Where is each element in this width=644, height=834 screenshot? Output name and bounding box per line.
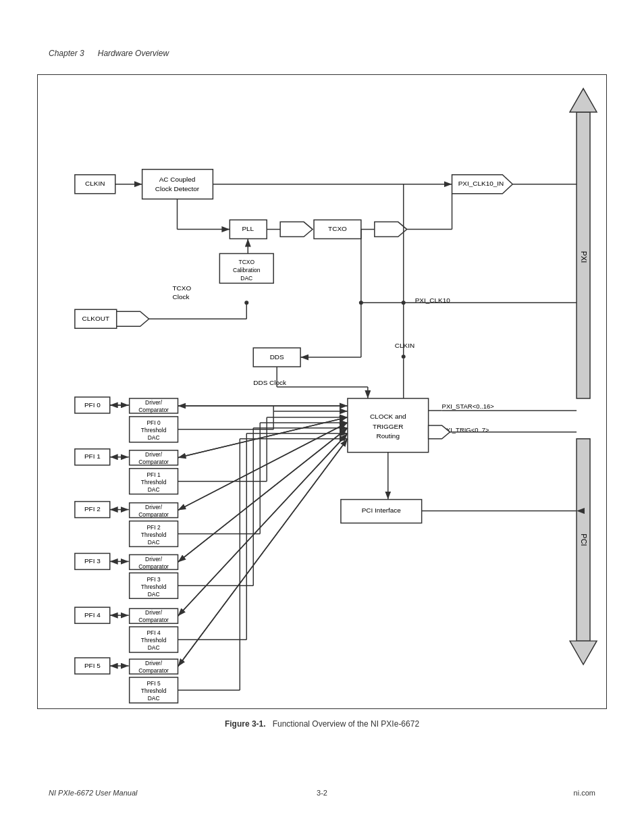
dds-text: DDS xyxy=(270,353,284,361)
pci-text: PCI Interface xyxy=(362,506,402,514)
diagram-container: PXI PCI CLKIN AC Coupled Clock Detector … xyxy=(37,74,607,709)
tcxo-text: TCXO xyxy=(328,225,347,232)
pfi0-thresh-text1: PFI 0 xyxy=(146,419,161,426)
dds-clock-label: DDS Clock xyxy=(253,379,286,386)
arrow-ct-back-pfi1 xyxy=(178,417,348,458)
pfi4-thresh-text1: PFI 4 xyxy=(146,629,161,636)
clkout-arrow-shape xyxy=(117,311,149,326)
pxi-label: PXI xyxy=(580,251,588,263)
pfi2-dc-text1: Driver/ xyxy=(145,504,163,511)
pfi0-dc-text2: Comparator xyxy=(138,407,169,413)
ac-coupled-text2: Clock Detector xyxy=(155,185,200,192)
footer-page: 3-2 xyxy=(317,789,327,797)
pfi2-text: PFI 2 xyxy=(84,505,101,513)
svg-marker-7 xyxy=(570,641,597,664)
pll-arrow-shape xyxy=(280,222,313,237)
page: Chapter 3 Hardware Overview xyxy=(0,0,644,834)
footer-manual: NI PXIe-6672 User Manual xyxy=(49,789,137,797)
pfi5-thresh-text2: Threshold xyxy=(141,687,167,694)
pfi1-dc-text2: Comparator xyxy=(138,459,169,465)
ct-text3: Routing xyxy=(377,432,400,440)
arrow-ct-back-pfi4 xyxy=(178,434,348,616)
pxi-clk10-in-text: PXI_CLK10_IN xyxy=(458,180,504,187)
pfi3-thresh-text1: PFI 3 xyxy=(146,576,161,583)
pfi3-text: PFI 3 xyxy=(84,557,101,565)
pfi2-thresh-text3: DAC xyxy=(148,539,160,546)
pfi2-dc-text2: Comparator xyxy=(138,511,169,518)
pfi0-thresh-text3: DAC xyxy=(148,434,160,441)
pfi2-thresh-text2: Threshold xyxy=(141,531,167,538)
page-header: Chapter 3 Hardware Overview xyxy=(49,49,169,58)
arrow-ct-back-pfi5 xyxy=(178,439,348,667)
pfi3-thresh-text3: DAC xyxy=(148,591,160,598)
section-label: Hardware Overview xyxy=(98,49,169,58)
pfi1-dc-text1: Driver/ xyxy=(145,451,163,458)
footer-right: ni.com xyxy=(574,789,595,797)
arrow-ct-back-pfi2 xyxy=(178,423,348,511)
pfi3-dc-text1: Driver/ xyxy=(145,556,163,563)
tcxo-cal-text3: DAC xyxy=(240,275,252,282)
ac-coupled-box xyxy=(142,170,213,199)
ac-coupled-text1: AC Coupled xyxy=(159,176,196,183)
pxi-star-label: PXI_STAR<0..16> xyxy=(442,402,495,410)
footer-center: 3-2 xyxy=(317,789,327,797)
pfi5-thresh-text1: PFI 5 xyxy=(146,680,161,687)
diagram-svg: PXI PCI CLKIN AC Coupled Clock Detector … xyxy=(38,75,606,708)
pfi5-dc-text1: Driver/ xyxy=(145,660,163,667)
pfi4-thresh-text3: DAC xyxy=(148,644,160,651)
pfi1-thresh-text3: DAC xyxy=(148,486,160,493)
tcxo-clock-label2: Clock xyxy=(173,293,190,301)
pfi4-text: PFI 4 xyxy=(84,611,101,619)
pci-label: PCI xyxy=(580,533,588,546)
pfi5-text: PFI 5 xyxy=(84,662,101,669)
svg-marker-5 xyxy=(570,88,597,112)
clkout-text: CLKOUT xyxy=(82,315,109,322)
pfi0-text: PFI 0 xyxy=(84,401,101,409)
pfi1-thresh-text1: PFI 1 xyxy=(146,471,161,478)
pfi1-thresh-text2: Threshold xyxy=(141,479,167,486)
figure-caption: Figure 3-1. Functional Overview of the N… xyxy=(225,719,419,729)
chapter-label: Chapter 3 xyxy=(49,49,84,58)
pfi1-text: PFI 1 xyxy=(84,452,101,460)
ct-text2: TRIGGER xyxy=(373,423,403,430)
pfi4-dc-text2: Comparator xyxy=(138,617,169,623)
tcxo-clock-label: TCXO xyxy=(173,284,192,292)
ct-text1: CLOCK and xyxy=(370,413,406,420)
pfi5-thresh-text3: DAC xyxy=(148,695,160,702)
pfi3-thresh-text2: Threshold xyxy=(141,583,167,590)
pfi0-dc-text1: Driver/ xyxy=(145,399,163,406)
pll-text: PLL xyxy=(242,225,254,232)
arrow-ct-back-pfi3 xyxy=(178,428,348,563)
footer-left: NI PXIe-6672 User Manual xyxy=(49,789,137,797)
pfi0-thresh-text2: Threshold xyxy=(141,427,167,434)
clkin-text: CLKIN xyxy=(85,180,105,187)
clkin-dds-label: CLKIN xyxy=(395,342,414,349)
tcxo-arrow-shape xyxy=(375,222,407,237)
tcxo-cal-text2: Calibration xyxy=(233,267,261,273)
figure-label: Figure 3-1. xyxy=(225,719,266,729)
pfi4-dc-text1: Driver/ xyxy=(145,609,163,616)
pfi2-thresh-text1: PFI 2 xyxy=(146,524,161,531)
pfi5-dc-text2: Comparator xyxy=(138,667,169,674)
footer-url: ni.com xyxy=(574,789,595,797)
pfi4-thresh-text2: Threshold xyxy=(141,637,167,644)
tcxo-cal-text1: TCXO xyxy=(238,259,254,265)
pfi3-dc-text2: Comparator xyxy=(138,563,169,570)
figure-caption-text: Functional Overview of the NI PXIe-6672 xyxy=(273,719,419,729)
